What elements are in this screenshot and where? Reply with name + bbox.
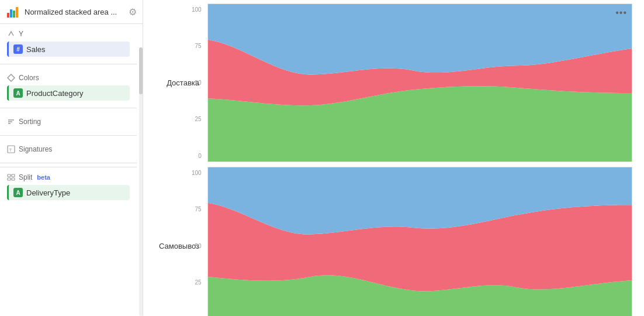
y-0: 0 (198, 153, 202, 159)
chart-type-icon (6, 5, 20, 19)
signatures-section: T Signatures (0, 139, 137, 159)
settings-icon[interactable]: ⚙ (129, 6, 137, 18)
svg-rect-13 (12, 178, 15, 180)
svg-rect-12 (12, 174, 15, 177)
y2-25: 25 (195, 279, 202, 286)
split-beta-badge: beta (37, 174, 50, 181)
samovyvoz-chart-svg (208, 167, 632, 316)
y-axis-dostavka: 100 75 50 25 0 (189, 4, 204, 162)
main-area: Доставка ••• 100 75 50 25 0 (143, 0, 644, 316)
divider-3 (0, 135, 137, 136)
divider-2 (0, 108, 137, 108)
y-axis-icon (7, 30, 15, 38)
sorting-section: Sorting (0, 112, 137, 132)
chart-spacer (155, 162, 632, 167)
chart-title: Normalized stacked area ... (25, 8, 124, 16)
y-25: 25 (195, 116, 202, 122)
sidebar-inner: Y # Sales Colors A P (0, 24, 143, 316)
product-category-pill[interactable]: A ProductCategory (7, 85, 130, 101)
delivery-type-icon: A (13, 188, 23, 197)
colors-icon (7, 74, 15, 82)
chart-panel-samovyvoz: Самовывоз 100 75 50 25 0 (155, 167, 632, 316)
colors-label: Colors (19, 74, 39, 82)
delivery-type-pill[interactable]: A DeliveryType (7, 185, 130, 200)
sales-pill[interactable]: # Sales (7, 42, 130, 57)
signatures-label: T Signatures (7, 145, 130, 153)
split-label: Split beta (7, 173, 130, 181)
more-options-icon[interactable]: ••• (615, 8, 627, 18)
signatures-text: Signatures (19, 145, 52, 153)
svg-rect-2 (13, 11, 15, 18)
svg-rect-11 (8, 178, 11, 180)
svg-rect-1 (10, 9, 12, 18)
y-50: 50 (195, 80, 202, 86)
svg-rect-0 (7, 13, 9, 18)
y-label: Y (19, 30, 23, 38)
y-75: 75 (195, 43, 202, 49)
sidebar-header: Normalized stacked area ... ⚙ (0, 0, 143, 24)
y-section: Y # Sales (0, 24, 137, 60)
sorting-icon (7, 118, 15, 126)
dostavka-chart-svg (208, 4, 632, 162)
y-section-label: Y (7, 30, 130, 38)
y2-75: 75 (195, 206, 202, 212)
sorting-label: Sorting (7, 118, 130, 126)
chart-area-dostavka: ••• 100 75 50 25 0 (207, 4, 632, 162)
split-text: Split (19, 173, 32, 181)
divider-4 (0, 163, 137, 163)
svg-rect-3 (16, 7, 18, 18)
hash-icon: # (13, 44, 23, 54)
y2-50: 50 (195, 243, 202, 249)
divider-1 (0, 64, 137, 64)
svg-rect-10 (8, 174, 11, 177)
product-cat-icon: A (13, 88, 23, 98)
y-100: 100 (192, 6, 202, 13)
signatures-icon: T (7, 145, 15, 153)
sorting-text: Sorting (19, 118, 41, 126)
scrollbar-thumb[interactable] (139, 47, 143, 94)
product-category-label: ProductCategory (26, 89, 84, 98)
svg-text:T: T (9, 147, 12, 153)
split-section: Split beta A DeliveryType (0, 167, 137, 204)
colors-section: Colors A ProductCategory (0, 68, 137, 104)
delivery-type-label: DeliveryType (26, 188, 70, 197)
y2-100: 100 (192, 170, 202, 176)
sidebar-content: Y # Sales Colors A P (0, 24, 143, 204)
y-axis-samovyvoz: 100 75 50 25 0 (189, 167, 204, 316)
sales-label: Sales (26, 45, 46, 54)
sidebar: Normalized stacked area ... ⚙ Y # Sales (0, 0, 143, 316)
charts-container: Доставка ••• 100 75 50 25 0 (143, 0, 644, 316)
chart-area-samovyvoz: 100 75 50 25 0 (207, 167, 632, 316)
chart-panel-dostavka: Доставка ••• 100 75 50 25 0 (155, 4, 632, 162)
split-icon (7, 173, 15, 181)
svg-marker-4 (8, 74, 15, 81)
scrollbar-track[interactable] (139, 47, 143, 316)
colors-section-label: Colors (7, 74, 130, 82)
